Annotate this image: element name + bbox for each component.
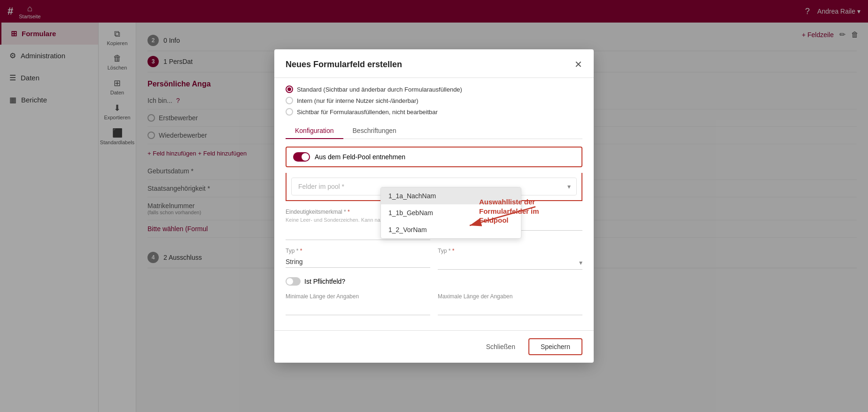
feldpool-toggle-section: Aus dem Feld-Pool entnehmen (286, 147, 582, 167)
typ2-field: Typ * ▾ (438, 248, 582, 270)
modal-title: Neues Formularfeld erstellen (286, 60, 402, 70)
max-laenge-field: Maximale Länge der Angaben (438, 293, 582, 315)
laenge-grid: Minimale Länge der Angaben Maximale Läng… (286, 293, 582, 315)
feldpool-toggle[interactable] (293, 152, 310, 162)
feldpool-toggle-label: Aus dem Feld-Pool entnehmen (315, 153, 405, 161)
typ-grid: Typ * String Typ * ▾ (286, 248, 582, 270)
typ-field: Typ * String (286, 248, 430, 270)
tab-konfiguration[interactable]: Konfiguration (286, 123, 343, 139)
radio-standard-label: Standard (Sichtbar und änderbar durch Fo… (297, 86, 462, 93)
radio-intern-label: Intern (nur für interne Nutzer sicht-/än… (297, 97, 418, 104)
pool-item-1[interactable]: 1_1a_NachNam (381, 187, 521, 204)
pflichtfeld-toggle[interactable] (286, 277, 301, 286)
typ-label: Typ * (286, 248, 430, 254)
pool-dropdown-popup: 1_1a_NachNam 1_1b_GebNam 1_2_VorNam (380, 187, 521, 239)
modal-tabs: Konfiguration Beschriftungen (286, 123, 582, 139)
close-button[interactable]: Schließen (480, 339, 521, 354)
radio-intern[interactable]: Intern (nur für interne Nutzer sicht-/än… (286, 97, 582, 104)
min-laenge-label: Minimale Länge der Angaben (286, 293, 430, 300)
radio-standard[interactable]: Standard (Sichtbar und änderbar durch Fo… (286, 86, 582, 93)
pool-item-2[interactable]: 1_1b_GebNam (381, 204, 521, 221)
pflichtfeld-row: Ist Pflichtfeld? (286, 277, 582, 286)
typ-value: String (286, 256, 430, 268)
radio-sichtbar-label: Sichtbar für Formularausfüllenden, nicht… (297, 109, 438, 116)
modal-header: Neues Formularfeld erstellen ✕ (274, 49, 594, 78)
min-laenge-input[interactable] (286, 302, 430, 315)
modal-overlay: Neues Formularfeld erstellen ✕ Standard … (0, 0, 868, 412)
typ2-label: Typ * (438, 248, 582, 254)
tab-beschriftungen[interactable]: Beschriftungen (343, 123, 406, 139)
min-laenge-field: Minimale Länge der Angaben (286, 293, 430, 315)
modal-dialog: Neues Formularfeld erstellen ✕ Standard … (274, 49, 594, 363)
radio-sichtbar-input[interactable] (286, 108, 293, 116)
max-laenge-input[interactable] (438, 302, 582, 315)
modal-footer: Schließen Speichern (274, 330, 594, 363)
radio-intern-input[interactable] (286, 97, 293, 104)
modal-close-button[interactable]: ✕ (574, 59, 582, 70)
radio-sichtbar[interactable]: Sichtbar für Formularausfüllenden, nicht… (286, 108, 582, 116)
modal-body: Standard (Sichtbar und änderbar durch Fo… (274, 78, 594, 330)
save-button[interactable]: Speichern (528, 338, 582, 355)
pool-item-3[interactable]: 1_2_VorNam (381, 221, 521, 238)
typ2-dropdown-arrow: ▾ (579, 259, 582, 266)
max-laenge-label: Maximale Länge der Angaben (438, 293, 582, 300)
typ2-input[interactable] (438, 256, 582, 270)
visibility-radio-group: Standard (Sichtbar und änderbar durch Fo… (286, 86, 582, 116)
pflichtfeld-label: Ist Pflichtfeld? (304, 278, 345, 285)
radio-standard-input[interactable] (286, 86, 293, 93)
